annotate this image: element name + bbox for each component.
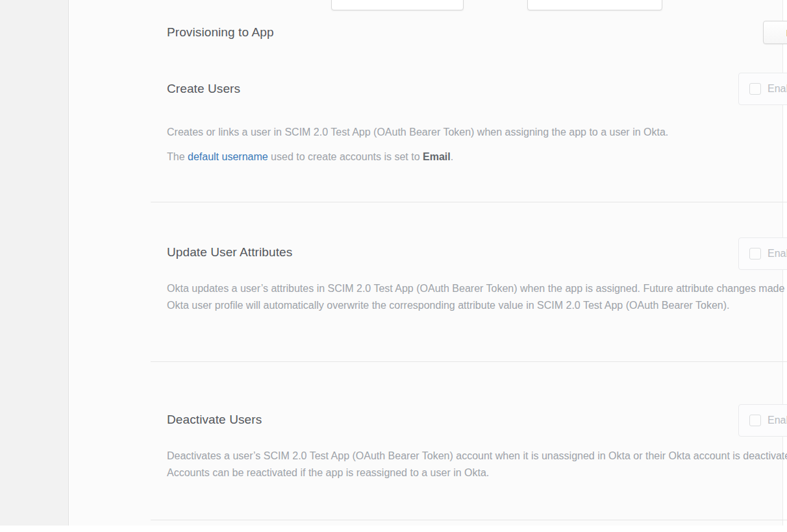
- cropped-button-left[interactable]: [331, 0, 464, 10]
- update-user-attributes-description: Okta updates a user’s attributes in SCIM…: [167, 280, 787, 314]
- create-users-description-line2: The default username used to create acco…: [167, 149, 787, 165]
- section-title-update-user-attributes: Update User Attributes: [167, 245, 292, 260]
- cropped-button-right[interactable]: [527, 0, 662, 10]
- page: Provisioning to App Edit Create Users En…: [0, 0, 787, 532]
- create-users-description-line1: Creates or links a user in SCIM 2.0 Test…: [167, 124, 787, 141]
- enable-checkbox-deactivate-users[interactable]: [749, 415, 761, 426]
- description-prefix: The: [167, 151, 188, 162]
- enable-toggle-label: Enable: [768, 83, 787, 95]
- username-value: Email: [423, 151, 451, 162]
- enable-toggle-update-user-attributes[interactable]: Enable: [738, 237, 787, 270]
- enable-toggle-deactivate-users[interactable]: Enable: [738, 404, 787, 437]
- default-username-link[interactable]: default username: [188, 151, 268, 162]
- enable-checkbox-create-users[interactable]: [749, 83, 761, 95]
- deactivate-users-description: Deactivates a user’s SCIM 2.0 Test App (…: [167, 448, 787, 481]
- section-divider: [151, 361, 787, 362]
- provisioning-settings-panel: Provisioning to App Edit Create Users En…: [69, 0, 783, 526]
- enable-toggle-label: Enable: [768, 415, 787, 426]
- description-middle: used to create accounts is set to: [268, 151, 423, 162]
- enable-toggle-create-users[interactable]: Enable: [738, 73, 787, 105]
- enable-checkbox-update-user-attributes[interactable]: [749, 248, 761, 260]
- enable-toggle-label: Enable: [768, 248, 787, 260]
- left-sidebar-strip: [0, 0, 69, 526]
- edit-button[interactable]: Edit: [763, 21, 787, 44]
- section-title-create-users: Create Users: [167, 82, 240, 96]
- section-divider: [151, 520, 787, 520]
- description-suffix: .: [451, 151, 453, 162]
- section-title-deactivate-users: Deactivate Users: [167, 413, 262, 427]
- page-title: Provisioning to App: [167, 25, 274, 40]
- section-divider: [151, 202, 787, 202]
